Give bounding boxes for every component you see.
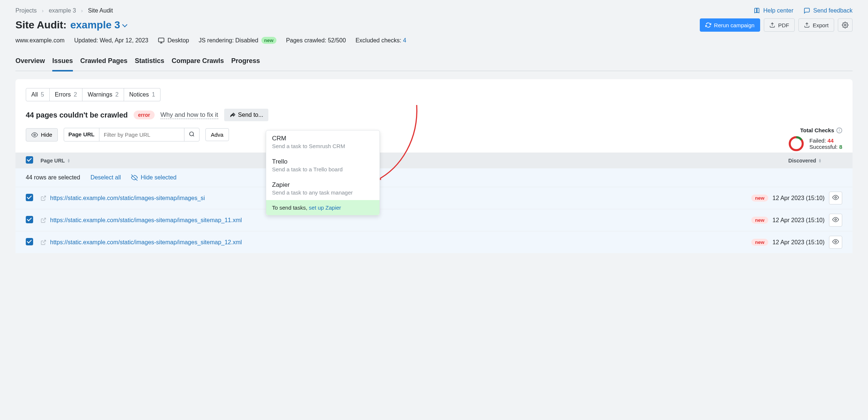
eye-icon [832, 194, 839, 201]
filter-tab-notices[interactable]: Notices1 [124, 88, 160, 101]
share-arrow-icon [229, 112, 235, 118]
tab-progress[interactable]: Progress [231, 54, 260, 71]
new-badge: new [751, 217, 768, 224]
domain-label: www.example.com [15, 37, 64, 44]
table-row: https://static.example.com/static/images… [15, 187, 853, 209]
refresh-icon [705, 22, 711, 28]
filter-label: Page URL [64, 128, 99, 141]
help-center-link[interactable]: Help center [754, 7, 793, 14]
upload-icon [804, 22, 810, 28]
svg-point-5 [190, 132, 194, 136]
view-button[interactable] [829, 192, 842, 204]
col-discovered[interactable]: Discovered▲▼ [769, 158, 842, 164]
discovered-date: 12 Apr 2023 (15:10) [773, 217, 825, 224]
setup-zapier-link[interactable]: set up Zapier [309, 204, 341, 211]
send-to-crm[interactable]: CRM Send a task to Semrush CRM [266, 130, 380, 154]
discovered-date: 12 Apr 2023 (15:10) [773, 195, 825, 202]
external-link-icon[interactable] [40, 239, 46, 245]
sort-icon: ▲▼ [67, 158, 70, 163]
send-to-zapier[interactable]: Zapier Send a task to any task manager [266, 177, 380, 200]
excluded-checks-label: Excluded checks: [356, 37, 402, 43]
info-icon[interactable]: i [836, 127, 842, 133]
url-filter-input[interactable] [99, 128, 184, 141]
view-button[interactable] [829, 236, 842, 249]
svg-line-6 [193, 135, 194, 136]
eye-icon [31, 132, 38, 138]
chevron-right-icon: › [81, 8, 83, 14]
chevron-right-icon: › [42, 8, 44, 14]
page-url-link[interactable]: https://static.example.com/static/images… [50, 239, 242, 246]
rerun-campaign-button[interactable]: Rerun campaign [700, 18, 760, 32]
svg-point-0 [844, 24, 846, 26]
tab-statistics[interactable]: Statistics [135, 54, 164, 71]
pages-crawled-label: Pages crawled: 52/500 [286, 37, 346, 44]
export-button[interactable]: Export [798, 18, 834, 32]
settings-button[interactable] [838, 18, 853, 32]
select-all-checkbox[interactable] [26, 156, 33, 164]
send-to-trello[interactable]: Trello Send a task to a Trello board [266, 154, 380, 177]
chevron-down-icon [122, 22, 127, 27]
deselect-all-link[interactable]: Deselect all [91, 174, 121, 181]
filter-tab-all[interactable]: All5 [26, 88, 50, 101]
donut-chart [788, 136, 804, 152]
chat-icon [804, 7, 810, 14]
why-fix-link[interactable]: Why and how to fix it [160, 111, 218, 119]
hide-button[interactable]: Hide [26, 128, 58, 141]
row-checkbox[interactable] [26, 194, 33, 201]
external-link-icon[interactable] [40, 195, 46, 201]
new-badge: new [751, 239, 768, 246]
tab-compare-crawls[interactable]: Compare Crawls [172, 54, 224, 71]
hide-selected-link[interactable]: Hide selected [131, 174, 176, 181]
sort-icon: ▲▼ [818, 158, 822, 163]
project-dropdown[interactable]: example 3 [70, 19, 127, 31]
page-url-link[interactable]: https://static.example.com/static/images… [50, 217, 242, 224]
error-badge: error [134, 111, 155, 119]
advanced-filters-button[interactable]: Adva [205, 128, 229, 141]
send-to-button[interactable]: Send to... [224, 109, 269, 121]
breadcrumb-root[interactable]: Projects [15, 7, 37, 14]
row-checkbox[interactable] [26, 238, 33, 245]
col-page-url[interactable]: Page URL▲▼ [40, 158, 769, 164]
book-icon [754, 7, 760, 14]
failed-stat: Failed: 44 [809, 137, 842, 144]
successful-stat: Successful: 8 [809, 144, 842, 150]
new-badge: new [261, 37, 276, 44]
nav-tabs: Overview Issues Crawled Pages Statistics… [15, 54, 853, 71]
main-panel: All5 Errors2 Warnings2 Notices1 44 pages… [15, 79, 853, 253]
search-icon [189, 131, 195, 137]
search-button[interactable] [184, 128, 199, 141]
filter-tab-errors[interactable]: Errors2 [50, 88, 82, 101]
breadcrumb-project[interactable]: example 3 [49, 7, 76, 14]
send-to-footer: To send tasks, set up Zapier [266, 200, 380, 215]
desktop-icon [158, 37, 165, 44]
tab-issues[interactable]: Issues [52, 54, 73, 71]
device-label: Desktop [167, 37, 189, 44]
external-link-icon[interactable] [40, 217, 46, 223]
svg-point-4 [34, 134, 36, 136]
eye-icon [832, 216, 839, 223]
discovered-date: 12 Apr 2023 (15:10) [773, 239, 825, 246]
tab-overview[interactable]: Overview [15, 54, 45, 71]
js-rendering-label: JS rendering: Disabled [199, 37, 258, 44]
svg-point-11 [835, 241, 837, 243]
svg-point-9 [835, 197, 837, 199]
upload-icon [769, 22, 775, 28]
page-url-link[interactable]: https://static.example.com/static/images… [50, 195, 205, 202]
selection-count: 44 rows are selected [26, 174, 80, 181]
view-button[interactable] [829, 214, 842, 227]
url-filter: Page URL [64, 128, 200, 141]
table-header: Page URL▲▼ Discovered▲▼ [15, 153, 853, 168]
eye-off-icon [131, 174, 138, 181]
tab-crawled-pages[interactable]: Crawled Pages [80, 54, 127, 71]
row-checkbox[interactable] [26, 216, 33, 223]
table-row: https://static.example.com/static/images… [15, 231, 853, 253]
issue-title: 44 pages couldn't be crawled [26, 111, 128, 119]
send-feedback-link[interactable]: Send feedback [804, 7, 853, 14]
gear-icon [842, 22, 848, 28]
new-badge: new [751, 195, 768, 202]
excluded-checks-count[interactable]: 4 [403, 37, 406, 43]
breadcrumb-current: Site Audit [88, 7, 113, 14]
selection-bar: 44 rows are selected Deselect all Hide s… [15, 168, 853, 187]
pdf-button[interactable]: PDF [764, 18, 795, 32]
filter-tab-warnings[interactable]: Warnings2 [82, 88, 124, 101]
